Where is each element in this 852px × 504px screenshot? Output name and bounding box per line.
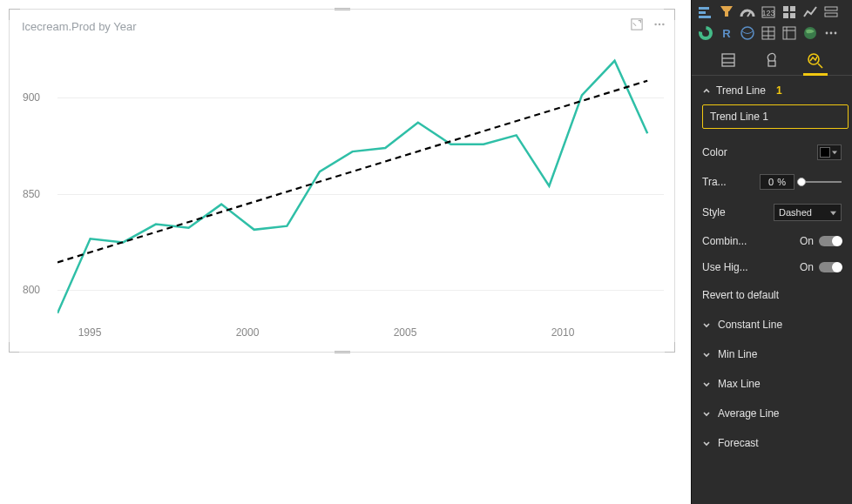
globe-icon[interactable]	[801, 24, 819, 42]
svg-point-2	[659, 24, 660, 25]
constant-line-section[interactable]: Constant Line	[692, 310, 852, 339]
svg-marker-41	[830, 211, 836, 214]
y-axis-tick: 850	[23, 188, 40, 200]
funnel-icon[interactable]	[718, 3, 735, 21]
min-line-section[interactable]: Min Line	[692, 339, 852, 369]
analytics-tab[interactable]	[806, 50, 825, 70]
x-axis-tick: 1995	[78, 326, 102, 339]
kpi-icon[interactable]	[801, 3, 819, 21]
combine-value: On	[800, 235, 814, 247]
svg-rect-5	[699, 11, 706, 14]
svg-rect-4	[699, 7, 709, 10]
slicer-icon[interactable]	[822, 3, 840, 21]
visualizations-panel: 123 R Trend Line 1 Color	[691, 0, 852, 504]
gauge-icon[interactable]	[739, 3, 756, 21]
svg-rect-32	[722, 54, 734, 66]
svg-rect-8	[725, 11, 728, 17]
svg-rect-35	[768, 61, 775, 66]
focus-mode-icon[interactable]	[631, 18, 643, 30]
forecast-section[interactable]: Forecast	[692, 428, 852, 458]
svg-point-18	[700, 28, 711, 38]
x-axis-tick: 2005	[394, 326, 417, 339]
style-label: Style	[702, 206, 726, 218]
combine-label: Combin...	[702, 235, 747, 247]
card-icon[interactable]: 123	[760, 3, 777, 21]
svg-rect-25	[783, 27, 795, 39]
trend-line	[57, 81, 647, 263]
drag-handle-top[interactable]	[335, 7, 350, 11]
y-axis-tick: 800	[23, 284, 40, 296]
revert-to-default-link[interactable]: Revert to default	[692, 280, 852, 310]
svg-rect-12	[783, 6, 788, 11]
y-axis-tick: 900	[23, 91, 40, 104]
svg-point-29	[826, 32, 828, 35]
svg-rect-16	[825, 7, 837, 10]
svg-line-37	[818, 64, 822, 68]
svg-rect-17	[825, 13, 837, 17]
trend-line-section-header[interactable]: Trend Line 1	[692, 76, 852, 104]
svg-point-1	[654, 24, 656, 25]
max-line-section[interactable]: Max Line	[692, 369, 852, 399]
svg-point-30	[830, 32, 833, 35]
table-icon[interactable]	[760, 24, 777, 42]
fields-tab[interactable]	[719, 50, 738, 70]
highlight-toggle[interactable]	[819, 262, 842, 272]
svg-line-9	[747, 11, 751, 17]
svg-marker-40	[832, 151, 837, 155]
highlight-value: On	[800, 261, 814, 273]
x-axis-tick: 2010	[551, 326, 575, 339]
visualization-gallery: 123 R	[692, 0, 852, 44]
donut-icon[interactable]	[697, 24, 714, 42]
chart-visual[interactable]: Icecream.Prod by Year 900 850 800 1995 2…	[9, 9, 675, 353]
transparency-input[interactable]: 0 %	[760, 174, 795, 190]
trend-line-name-input[interactable]	[702, 104, 849, 129]
svg-rect-6	[699, 16, 711, 18]
chart-plot-area: 900 850 800 1995 2000 2005 2010	[10, 44, 674, 343]
average-line-section[interactable]: Average Line	[692, 399, 852, 428]
svg-text:123: 123	[761, 9, 774, 17]
transparency-slider[interactable]	[800, 181, 842, 183]
transparency-label: Tra...	[702, 176, 727, 188]
data-line	[57, 61, 647, 313]
stacked-bar-icon[interactable]	[697, 3, 714, 21]
x-axis-tick: 2000	[236, 326, 260, 339]
svg-point-3	[662, 24, 664, 25]
color-picker[interactable]	[817, 144, 842, 160]
color-label: Color	[702, 146, 727, 158]
svg-rect-15	[790, 13, 795, 18]
arcgis-icon[interactable]	[739, 24, 756, 42]
svg-marker-7	[720, 6, 733, 11]
r-visual-icon[interactable]: R	[718, 24, 735, 42]
drag-handle-bottom[interactable]	[335, 350, 350, 354]
more-viz-icon[interactable]	[822, 24, 840, 42]
combine-toggle[interactable]	[819, 236, 842, 246]
svg-text:R: R	[722, 27, 731, 40]
format-tab[interactable]	[762, 50, 781, 70]
matrix-icon[interactable]	[781, 24, 798, 42]
section-count-badge: 1	[776, 84, 782, 97]
multirow-icon[interactable]	[781, 3, 798, 21]
section-label: Trend Line	[716, 84, 766, 97]
more-options-icon[interactable]	[653, 18, 666, 30]
chart-title: Icecream.Prod by Year	[10, 10, 674, 37]
style-select[interactable]: Dashed	[774, 204, 842, 221]
highlight-label: Use Hig...	[702, 261, 748, 273]
svg-rect-13	[790, 6, 795, 11]
svg-point-31	[835, 32, 837, 35]
svg-rect-14	[783, 13, 788, 18]
